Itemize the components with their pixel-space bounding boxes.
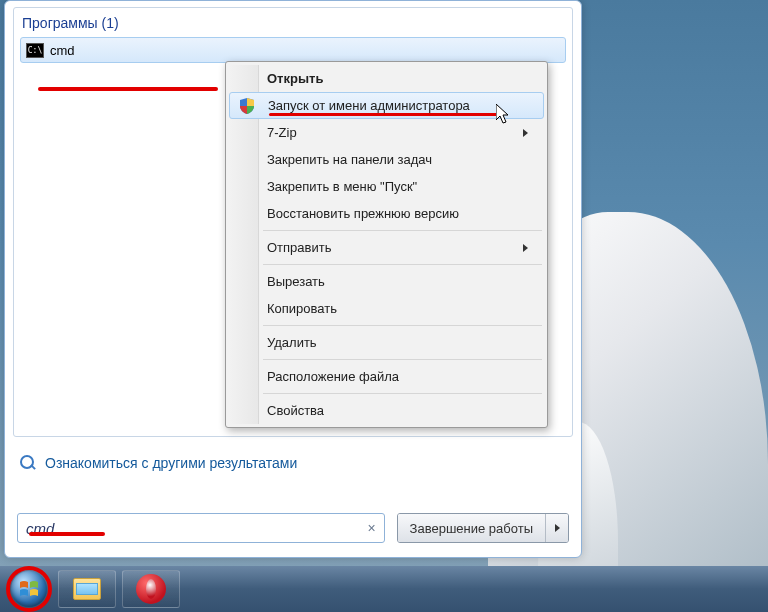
ctx-open[interactable]: Открыть: [229, 65, 544, 92]
ctx-pin-taskbar-label: Закрепить на панели задач: [267, 152, 432, 167]
ctx-properties-label: Свойства: [267, 403, 324, 418]
separator: [263, 393, 542, 394]
ctx-properties[interactable]: Свойства: [229, 397, 544, 424]
annotation-underline: [38, 87, 218, 91]
explorer-icon: [73, 578, 101, 600]
ctx-delete-label: Удалить: [267, 335, 317, 350]
ctx-pin-start-label: Закрепить в меню "Пуск": [267, 179, 417, 194]
start-button[interactable]: [6, 566, 52, 612]
ctx-open-file-location-label: Расположение файла: [267, 369, 399, 384]
ctx-send-to[interactable]: Отправить: [229, 234, 544, 261]
taskbar-explorer[interactable]: [58, 570, 116, 608]
opera-icon: [136, 574, 166, 604]
separator: [263, 230, 542, 231]
annotation-circle: [6, 566, 52, 612]
separator: [263, 325, 542, 326]
ctx-copy-label: Копировать: [267, 301, 337, 316]
uac-shield-icon: [240, 98, 254, 114]
annotation-underline: [29, 532, 105, 536]
search-input[interactable]: cmd ×: [17, 513, 385, 543]
search-result-cmd[interactable]: C:\ cmd: [20, 37, 566, 63]
search-icon: [19, 454, 37, 472]
annotation-underline: [269, 113, 499, 116]
ctx-cut[interactable]: Вырезать: [229, 268, 544, 295]
mouse-cursor-icon: [496, 104, 512, 126]
separator: [263, 264, 542, 265]
ctx-restore-previous[interactable]: Восстановить прежнюю версию: [229, 200, 544, 227]
cmd-icon: C:\: [26, 43, 44, 58]
see-more-results[interactable]: Ознакомиться с другими результатами: [19, 454, 297, 472]
taskbar: [0, 566, 768, 612]
ctx-delete[interactable]: Удалить: [229, 329, 544, 356]
ctx-pin-taskbar[interactable]: Закрепить на панели задач: [229, 146, 544, 173]
taskbar-opera[interactable]: [122, 570, 180, 608]
ctx-cut-label: Вырезать: [267, 274, 325, 289]
ctx-send-to-label: Отправить: [267, 240, 331, 255]
chevron-right-icon: [555, 524, 560, 532]
shutdown-label[interactable]: Завершение работы: [398, 514, 546, 542]
shutdown-button[interactable]: Завершение работы: [397, 513, 569, 543]
ctx-restore-previous-label: Восстановить прежнюю версию: [267, 206, 459, 221]
see-more-label: Ознакомиться с другими результатами: [45, 455, 297, 471]
clear-search-icon[interactable]: ×: [367, 520, 375, 536]
chevron-right-icon: [523, 244, 528, 252]
ctx-pin-start[interactable]: Закрепить в меню "Пуск": [229, 173, 544, 200]
ctx-open-label: Открыть: [267, 71, 323, 86]
separator: [263, 359, 542, 360]
chevron-right-icon: [523, 129, 528, 137]
ctx-open-file-location[interactable]: Расположение файла: [229, 363, 544, 390]
ctx-7zip-label: 7-Zip: [267, 125, 297, 140]
ctx-run-as-admin-label: Запуск от имени администратора: [268, 98, 470, 113]
results-section-header: Программы (1): [20, 13, 566, 37]
search-result-label: cmd: [50, 43, 75, 58]
ctx-copy[interactable]: Копировать: [229, 295, 544, 322]
shutdown-options-arrow[interactable]: [546, 514, 568, 542]
start-menu-bottom-row: cmd × Завершение работы: [17, 513, 569, 543]
